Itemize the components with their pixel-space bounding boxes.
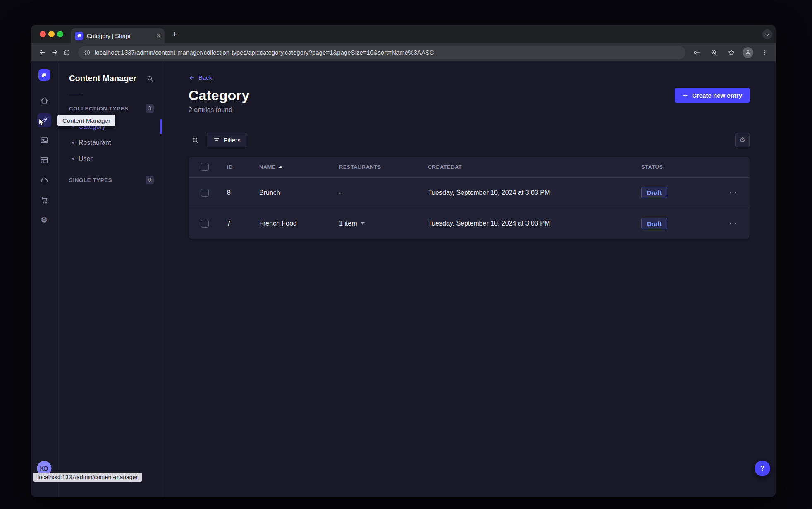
table-row[interactable]: 8 Brunch - Tuesday, September 10, 2024 a…: [189, 178, 750, 208]
nav-media-library-icon[interactable]: [37, 133, 51, 147]
cell-name: French Food: [259, 220, 339, 227]
address-bar[interactable]: localhost:1337/admin/content-manager/col…: [78, 46, 685, 59]
active-item-indicator: [160, 119, 162, 134]
tab-close-icon[interactable]: ×: [157, 32, 160, 40]
subnav-divider: [69, 94, 81, 94]
view-settings-button[interactable]: ⚙: [735, 133, 750, 147]
browser-toolbar: localhost:1337/admin/content-manager/col…: [31, 43, 776, 61]
content-manager-tooltip: Content Manager: [57, 115, 115, 126]
maximize-window-button[interactable]: [57, 31, 63, 37]
sidebar-item-restaurant[interactable]: Restaurant: [57, 134, 162, 151]
search-button[interactable]: [189, 133, 203, 147]
table-row[interactable]: 7 French Food 1 item Tuesday, September …: [189, 208, 750, 239]
minimize-window-button[interactable]: [48, 31, 55, 37]
close-window-button[interactable]: [40, 31, 46, 37]
plus-icon: [682, 92, 688, 98]
cell-createdat: Tuesday, September 10, 2024 at 3:03 PM: [428, 189, 641, 197]
bullet-icon: [72, 142, 74, 144]
single-types-label: SINGLE TYPES: [69, 177, 112, 183]
status-badge: Draft: [641, 187, 667, 198]
cell-createdat: Tuesday, September 10, 2024 at 3:03 PM: [428, 220, 641, 227]
row-checkbox[interactable]: [201, 220, 209, 228]
tab-title: Category | Strapi: [87, 33, 154, 39]
cell-id: 8: [227, 189, 259, 197]
entries-table: ID NAME RESTAURANTS CREATEDAT STATUS 8 B…: [189, 157, 750, 239]
row-actions-icon[interactable]: [729, 189, 737, 197]
nav-home-icon[interactable]: [37, 94, 51, 108]
forward-nav-icon[interactable]: [48, 46, 61, 59]
strapi-admin: ⚙ KD Content Manager COLLECTION TYPES 3: [31, 61, 776, 497]
password-key-icon[interactable]: [690, 46, 703, 59]
filter-icon: [213, 137, 220, 144]
cell-restaurants: -: [339, 189, 428, 197]
sort-ascending-icon: [279, 166, 283, 168]
browser-window: Category | Strapi × + localhost:1337/adm…: [31, 25, 776, 497]
select-all-checkbox[interactable]: [201, 163, 209, 171]
browser-profile-icon[interactable]: [743, 47, 753, 58]
search-icon: [192, 137, 199, 144]
tab-search-chevron-icon[interactable]: [762, 29, 772, 39]
main-content: Back Category 2 entries found Create new…: [162, 61, 776, 497]
column-header-id[interactable]: ID: [227, 164, 259, 170]
cell-name: Brunch: [259, 189, 339, 197]
tab-strip: Category | Strapi × +: [31, 25, 776, 43]
create-new-entry-button[interactable]: Create new entry: [675, 88, 750, 103]
browser-menu-icon[interactable]: [758, 46, 771, 59]
entries-count: 2 entries found: [189, 106, 249, 114]
window-controls: [40, 31, 63, 37]
status-badge: Draft: [641, 218, 667, 229]
gear-icon: ⚙: [739, 137, 745, 144]
nav-deploy-cloud-icon[interactable]: [37, 173, 51, 187]
back-arrow-icon: [189, 74, 195, 81]
collection-types-count-badge: 3: [146, 104, 154, 113]
strapi-favicon-icon: [75, 32, 83, 40]
column-header-name[interactable]: NAME: [259, 164, 339, 170]
reload-icon[interactable]: [61, 46, 73, 59]
sidebar-item-user[interactable]: User: [57, 151, 162, 167]
subnav-search-icon[interactable]: [146, 75, 154, 82]
row-actions-icon[interactable]: [729, 219, 737, 228]
zoom-search-icon[interactable]: [708, 46, 720, 59]
column-header-restaurants[interactable]: RESTAURANTS: [339, 164, 428, 170]
cell-id: 7: [227, 220, 259, 227]
bullet-icon: [72, 158, 74, 160]
link-status-bubble: localhost:1337/admin/content-manager: [33, 473, 142, 482]
subnav-title: Content Manager: [69, 74, 136, 83]
nav-marketplace-cart-icon[interactable]: [37, 193, 51, 207]
nav-settings-gear-icon[interactable]: ⚙: [37, 213, 51, 227]
page-info-icon[interactable]: [84, 49, 91, 56]
cell-restaurants-dropdown[interactable]: 1 item: [339, 220, 428, 227]
url-text: localhost:1337/admin/content-manager/col…: [95, 49, 434, 56]
page-title: Category: [189, 88, 249, 103]
toolbar-actions: [690, 46, 771, 59]
back-link[interactable]: Back: [189, 74, 212, 81]
bookmark-star-icon[interactable]: [725, 46, 738, 59]
nav-content-type-builder-icon[interactable]: [37, 153, 51, 167]
strapi-logo[interactable]: [38, 69, 50, 81]
mouse-cursor: [37, 118, 46, 129]
table-header-row: ID NAME RESTAURANTS CREATEDAT STATUS: [189, 157, 750, 178]
content-manager-subnav: Content Manager COLLECTION TYPES 3 Categ…: [57, 61, 162, 497]
browser-tab[interactable]: Category | Strapi ×: [71, 28, 165, 43]
column-header-createdat[interactable]: CREATEDAT: [428, 164, 641, 170]
single-types-count-badge: 0: [146, 176, 154, 184]
back-nav-icon[interactable]: [36, 46, 48, 59]
help-button[interactable]: ?: [755, 461, 770, 476]
row-checkbox[interactable]: [201, 189, 209, 197]
chevron-down-icon: [361, 222, 365, 225]
filters-button[interactable]: Filters: [207, 133, 247, 147]
collection-types-label: COLLECTION TYPES: [69, 106, 129, 112]
new-tab-button[interactable]: +: [169, 29, 180, 40]
column-header-status[interactable]: STATUS: [641, 164, 725, 170]
